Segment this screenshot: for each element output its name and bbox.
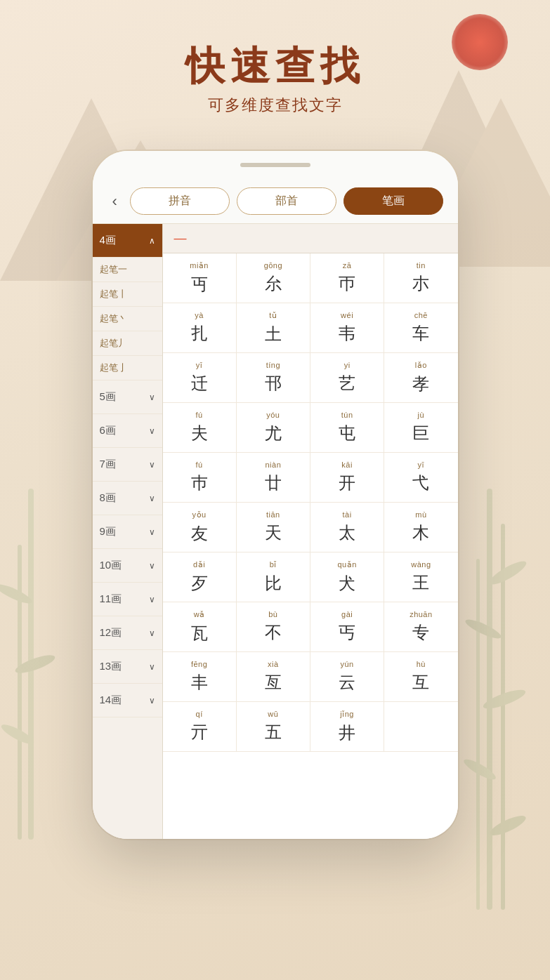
back-button[interactable]: ‹ (107, 190, 123, 213)
stroke-item-11[interactable]: 11画 ∨ (93, 583, 162, 616)
stroke-item-13[interactable]: 13画 ∨ (93, 650, 162, 684)
pinyin-0-3: tin (417, 261, 426, 270)
header-title: 快速查找 (185, 42, 365, 89)
stroke-item-7[interactable]: 7画 ∨ (93, 448, 162, 482)
pinyin-0-0: miǎn (190, 261, 209, 270)
chevron-13: ∨ (149, 662, 155, 672)
tab-bushou[interactable]: 部首 (237, 187, 336, 215)
char-cell-0-2[interactable]: zā 帀 (310, 253, 384, 303)
char-cell-4-3[interactable]: yī 弋 (384, 453, 457, 502)
pinyin-8-0: fēng (191, 660, 207, 668)
pinyin-6-3: wàng (411, 560, 431, 569)
char-cell-2-0[interactable]: yī 迁 (163, 353, 237, 402)
stroke-category-5: 起笔亅 (93, 356, 162, 380)
pinyin-7-3: zhuān (410, 610, 432, 618)
char-1-3: 车 (412, 322, 429, 345)
char-cell-0-1[interactable]: gōng 厼 (237, 253, 310, 303)
char-cell-7-1[interactable]: bù 不 (237, 602, 310, 651)
pinyin-5-2: tài (343, 510, 352, 519)
char-cell-5-3[interactable]: mù 木 (384, 503, 457, 552)
stroke-item-8[interactable]: 8画 ∨ (93, 482, 162, 515)
char-cell-3-2[interactable]: tún 屯 (310, 403, 384, 452)
pinyin-4-0: fú (196, 461, 203, 469)
char-9-0: 亓 (191, 721, 208, 743)
char-7-3: 专 (412, 621, 429, 644)
stroke-label-11: 11画 (100, 592, 122, 606)
app-content: ‹ 拼音 部首 笔画 4画 ∧ 起笔一 起笔丨 起笔丶 起笔丿 起笔亅 5画 (93, 179, 458, 839)
char-cell-8-0[interactable]: fēng 丰 (163, 652, 237, 701)
svg-rect-6 (476, 559, 480, 910)
char-cell-2-3[interactable]: lǎo 孝 (384, 353, 457, 402)
char-cell-5-1[interactable]: tiān 天 (237, 503, 310, 552)
stroke-label-14: 14画 (100, 694, 122, 707)
char-0-0: 丏 (191, 273, 208, 296)
char-cell-7-2[interactable]: gài 丐 (310, 602, 384, 651)
char-cell-4-1[interactable]: niàn 廿 (237, 453, 310, 502)
char-1-1: 土 (265, 323, 282, 345)
char-content: — miǎn 丏 gōng 厼 zā 帀 (163, 224, 458, 839)
chevron-11: ∨ (149, 595, 155, 604)
char-cell-4-0[interactable]: fú 巿 (163, 453, 237, 502)
char-cell-8-1[interactable]: xià 亙 (237, 652, 310, 701)
chevron-6: ∨ (149, 426, 155, 436)
char-6-0: 歹 (191, 572, 208, 595)
tab-bihua[interactable]: 笔画 (343, 187, 443, 215)
char-cell-9-1[interactable]: wū 五 (237, 702, 310, 751)
char-cell-4-2[interactable]: kāi 开 (310, 453, 384, 502)
char-cell-0-0[interactable]: miǎn 丏 (163, 253, 237, 303)
char-6-3: 王 (412, 571, 429, 594)
char-cell-8-3[interactable]: hù 互 (384, 652, 457, 701)
char-cell-6-3[interactable]: wàng 王 (384, 552, 457, 602)
char-cell-9-3[interactable] (384, 702, 457, 751)
char-8-1: 亙 (265, 671, 282, 694)
char-cell-1-3[interactable]: chē 车 (384, 303, 457, 352)
stroke-item-12[interactable]: 12画 ∨ (93, 616, 162, 650)
char-cell-3-1[interactable]: yóu 尤 (237, 403, 310, 452)
background-bamboo-left (0, 489, 84, 840)
pinyin-7-1: bù (268, 610, 277, 618)
char-cell-0-3[interactable]: tin 朩 (384, 253, 457, 303)
char-8-3: 互 (412, 671, 429, 694)
char-0-2: 帀 (339, 272, 355, 295)
char-cell-5-0[interactable]: yǒu 友 (163, 503, 237, 552)
stroke-label-7: 7画 (100, 458, 116, 471)
stroke-item-10[interactable]: 10画 ∨ (93, 549, 162, 583)
chevron-9: ∨ (149, 527, 155, 537)
char-cell-1-1[interactable]: tǔ 土 (237, 303, 310, 352)
char-8-2: 云 (339, 671, 355, 694)
pinyin-4-3: yī (418, 461, 425, 469)
phone-notch (240, 163, 310, 167)
tab-pinyin[interactable]: 拼音 (130, 187, 230, 215)
char-cell-9-2[interactable]: jǐng 井 (310, 702, 384, 751)
stroke-item-14[interactable]: 14画 ∨ (93, 684, 162, 717)
char-cell-6-2[interactable]: quǎn 犬 (310, 552, 384, 602)
char-cell-7-3[interactable]: zhuān 专 (384, 602, 457, 651)
char-cell-1-2[interactable]: wéi 韦 (310, 303, 384, 352)
stroke-item-5[interactable]: 5画 ∨ (93, 380, 162, 414)
char-row-6: dǎi 歹 bǐ 比 quǎn 犬 wàng 王 (163, 552, 458, 602)
char-cell-6-1[interactable]: bǐ 比 (237, 552, 310, 602)
char-cell-9-0[interactable]: qí 亓 (163, 702, 237, 751)
stroke-item-4[interactable]: 4画 ∧ (93, 224, 162, 258)
pinyin-1-1: tǔ (269, 311, 277, 320)
stroke-item-9[interactable]: 9画 ∨ (93, 515, 162, 549)
char-cell-3-0[interactable]: fú 夫 (163, 403, 237, 452)
char-3-0: 夫 (191, 422, 208, 444)
char-5-3: 木 (412, 522, 429, 544)
chevron-7: ∨ (149, 460, 155, 470)
char-cell-1-0[interactable]: yà 扎 (163, 303, 237, 352)
char-cell-6-0[interactable]: dǎi 歹 (163, 552, 237, 602)
char-cell-8-2[interactable]: yún 云 (310, 652, 384, 701)
stroke-item-6[interactable]: 6画 ∨ (93, 414, 162, 448)
char-cell-2-2[interactable]: yi 艺 (310, 353, 384, 402)
char-2-2: 艺 (339, 372, 355, 395)
char-7-0: 瓦 (191, 622, 208, 644)
char-9-2: 井 (339, 722, 355, 744)
char-cell-7-0[interactable]: wǎ 瓦 (163, 602, 237, 651)
char-cell-3-3[interactable]: jù 巨 (384, 403, 457, 452)
char-cell-5-2[interactable]: tài 太 (310, 503, 384, 552)
pinyin-5-1: tiān (266, 510, 280, 519)
char-1-0: 扎 (191, 322, 208, 345)
char-cell-2-1[interactable]: tíng 邗 (237, 353, 310, 402)
pinyin-1-3: chē (414, 311, 428, 319)
